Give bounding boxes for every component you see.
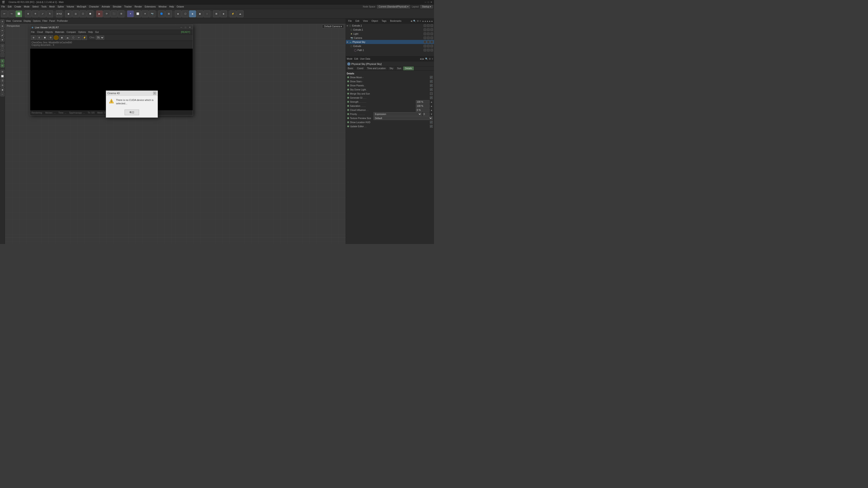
tab-sun[interactable]: Sun [395, 66, 403, 70]
obj-lock[interactable] [430, 36, 433, 39]
menu-mesh[interactable]: Mesh [50, 5, 55, 8]
obj-visible[interactable] [424, 45, 426, 48]
obj-visible[interactable] [424, 24, 426, 27]
prop-checkbox-show-planets[interactable]: ✓ [430, 84, 433, 87]
scale-btn[interactable]: ⤢ [39, 10, 46, 17]
texture-mode-btn[interactable]: ⬡ [80, 10, 86, 17]
obj-lock[interactable] [430, 49, 433, 52]
tab-details[interactable]: Details [403, 66, 414, 70]
lv-btn4[interactable]: ⚙ [48, 35, 53, 40]
obj-visible[interactable] [424, 49, 426, 52]
camera-selector[interactable]: Default Camera ▾ [322, 25, 344, 28]
menu-volume[interactable]: Volume [67, 5, 74, 8]
lv-chrs-select[interactable]: DL [96, 36, 104, 40]
obj-visible[interactable] [424, 32, 426, 35]
layout-value[interactable]: Startup ▾ [421, 5, 433, 8]
viewport[interactable]: Perspective Default Camera ▾ Grid Spacin… [5, 24, 346, 244]
options-menu[interactable]: Options [33, 20, 40, 22]
prop-stepper-up3[interactable]: ▲ [430, 109, 433, 111]
prop-input-strength[interactable] [416, 100, 430, 104]
tool-edge[interactable]: ─ [0, 48, 4, 52]
prop-checkbox-sky-dome[interactable]: ✓ [430, 88, 433, 91]
camera-btn[interactable]: 📷 [149, 10, 156, 17]
lv-btn1[interactable]: ⊕ [31, 35, 36, 40]
prop-checkbox-show-stars[interactable]: ✓ [430, 80, 433, 83]
menu-tools[interactable]: Tools [41, 5, 46, 8]
tool-extra3[interactable]: ☰ [0, 79, 4, 83]
lv-btn5[interactable] [54, 35, 59, 40]
tool-extra2[interactable]: ⬜ [0, 74, 4, 78]
obj-lock[interactable] [430, 24, 433, 27]
tool-spline[interactable]: S [0, 59, 4, 63]
user-data-label[interactable]: User Data [360, 58, 370, 60]
menu-spline[interactable]: Spline [58, 5, 64, 8]
extra3-btn[interactable]: ◆ [189, 10, 196, 17]
tool-brush[interactable]: 🖌 [0, 33, 4, 37]
prop-input-saturation[interactable] [416, 104, 430, 108]
prop-stepper-up[interactable]: ▲ [430, 101, 433, 103]
lv-btn10[interactable]: ⚡ [82, 35, 87, 40]
lv-menu-help[interactable]: Help [88, 31, 93, 33]
tab-sky[interactable]: Sky [388, 66, 396, 70]
obj-render[interactable] [427, 28, 430, 31]
tab-time-location[interactable]: Time and Location [365, 66, 388, 70]
cameras-menu[interactable]: Cameras [13, 20, 22, 22]
lv-menu-objects[interactable]: Objects [45, 31, 53, 33]
model-mode-btn[interactable]: ◉ [65, 10, 72, 17]
obj-physical-sky[interactable]: ▶ ☁ Physical Sky [346, 40, 434, 44]
rp-search[interactable]: 🔍 [413, 20, 416, 22]
filter-menu[interactable]: Filter [42, 20, 47, 22]
magnet-btn[interactable]: 🔵 [158, 10, 165, 17]
tool-extra6[interactable]: ○ [0, 92, 4, 96]
prop-checkbox-merge-sky[interactable] [430, 92, 433, 95]
render-region-btn[interactable]: ⬛ [111, 10, 117, 17]
obj-light[interactable]: ☀ Light [346, 32, 434, 36]
maximize-btn[interactable]: □ [428, 1, 429, 3]
display-menu[interactable]: Display [24, 20, 31, 22]
obj-render[interactable] [427, 40, 430, 43]
move-btn[interactable]: ✛ [32, 10, 39, 17]
extra4-btn[interactable]: ◉ [196, 10, 203, 17]
obj-path1[interactable]: ◯ Path 1 [346, 48, 434, 52]
prop-priority-stepper[interactable]: ▼ [430, 113, 433, 115]
live-select-btn[interactable]: ⊕ [25, 10, 31, 17]
add-object-btn[interactable]: ✦ [127, 10, 134, 17]
rp-filter[interactable]: ⚙ [417, 20, 419, 22]
rp-more[interactable]: ≡ [420, 20, 421, 22]
tool-sculpt[interactable]: ◈ [0, 38, 4, 42]
menu-octane[interactable]: Octane [177, 5, 184, 8]
obj-visible[interactable] [424, 28, 426, 31]
lv-btn7[interactable]: ☁ [65, 35, 70, 40]
lv-menu-compare[interactable]: Compare [67, 31, 76, 33]
rp-nav-back[interactable]: ◀ [410, 20, 412, 22]
props-nav-forward[interactable]: ▶ [423, 58, 424, 60]
menu-render[interactable]: Render [134, 5, 142, 8]
minimize-btn[interactable]: ─ [425, 1, 426, 3]
light-btn[interactable]: ☀ [142, 10, 148, 17]
tool-deform[interactable]: D [0, 63, 4, 67]
obj-lock[interactable] [430, 32, 433, 35]
obj-extrude1-top[interactable]: ▶ ⬡ Extrude.1 [346, 24, 434, 28]
obj-lock[interactable] [430, 40, 433, 43]
props-nav-back[interactable]: ◀ [420, 58, 422, 60]
tool-point[interactable]: · [0, 53, 4, 57]
prop-checkbox-gen-gi[interactable]: ✓ [430, 96, 433, 99]
obj-visible[interactable] [424, 36, 426, 39]
obj-render[interactable] [427, 49, 430, 52]
lv-btn3[interactable]: ⏹ [42, 35, 47, 40]
obj-extrude[interactable]: ⬡ Extrude [346, 44, 434, 48]
tab-basic[interactable]: Basic [346, 66, 355, 70]
props-more[interactable]: ⚙ [429, 58, 431, 60]
tool-extra5[interactable]: ◉ [0, 88, 4, 92]
rp-tab-bookmarks[interactable]: Bookmarks [389, 19, 403, 23]
rotate-btn[interactable]: ↻ [46, 10, 53, 17]
obj-visible[interactable] [424, 40, 426, 43]
redo-btn[interactable]: ↪ [8, 10, 15, 17]
prop-stepper-up2[interactable]: ▲ [430, 105, 433, 107]
rp-tab-edit[interactable]: Edit [354, 19, 361, 23]
prop-checkbox-update-editor[interactable]: ✓ [430, 125, 433, 128]
snap3-btn[interactable]: ◈ [220, 10, 227, 17]
interactive-render-btn[interactable]: ⟳ [103, 10, 110, 17]
edit-label[interactable]: Edit [354, 58, 358, 60]
tool-select[interactable]: ⊕ [0, 24, 4, 28]
